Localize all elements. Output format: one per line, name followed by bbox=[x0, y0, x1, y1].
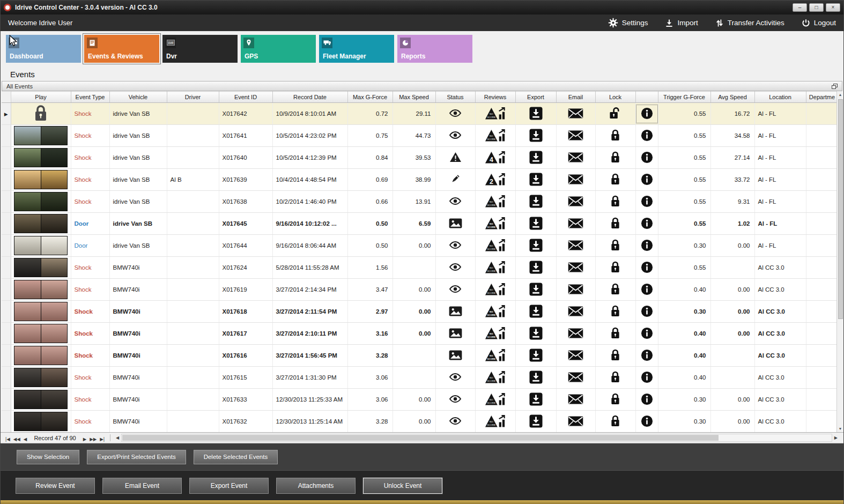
cell-email[interactable] bbox=[556, 301, 595, 323]
cell-info[interactable] bbox=[635, 235, 658, 257]
event-thumbnail[interactable] bbox=[14, 368, 68, 387]
cell-play[interactable] bbox=[11, 323, 71, 345]
cell-reviews[interactable]: NOSCORE bbox=[475, 389, 515, 411]
cell-status[interactable] bbox=[435, 367, 475, 389]
nav-tile-fleet[interactable]: Fleet Manager bbox=[319, 35, 394, 63]
cell-email[interactable] bbox=[556, 169, 595, 191]
cell-reviews[interactable]: NOSCORE bbox=[475, 213, 515, 235]
cell-lock[interactable] bbox=[595, 301, 635, 323]
cell-lock[interactable] bbox=[595, 191, 635, 213]
cell-export[interactable] bbox=[515, 345, 556, 367]
col-header-event-type[interactable]: Event Type bbox=[71, 92, 109, 103]
scroll-down-button[interactable]: ▼ bbox=[839, 425, 842, 432]
event-thumbnail[interactable] bbox=[14, 170, 68, 189]
cell-export[interactable] bbox=[515, 301, 556, 323]
col-header-vehicle[interactable]: Vehicle bbox=[109, 92, 167, 103]
cell-status[interactable] bbox=[435, 169, 475, 191]
cell-status[interactable] bbox=[435, 103, 475, 125]
col-header-event-id[interactable]: Event ID bbox=[219, 92, 272, 103]
email-event-button[interactable]: Email Event bbox=[102, 478, 182, 494]
cell-play[interactable] bbox=[11, 169, 71, 191]
cell-email[interactable] bbox=[556, 257, 595, 279]
cell-export[interactable] bbox=[515, 213, 556, 235]
cell-status[interactable] bbox=[435, 125, 475, 147]
topbar-action-logout[interactable]: Logout bbox=[802, 19, 836, 27]
event-thumbnail[interactable] bbox=[14, 236, 68, 255]
cell-reviews[interactable]: NOSCORE bbox=[475, 257, 515, 279]
cell-status[interactable] bbox=[435, 301, 475, 323]
cell-play[interactable] bbox=[11, 103, 71, 125]
cell-info[interactable] bbox=[635, 125, 658, 147]
cell-info[interactable] bbox=[635, 411, 658, 433]
nav-tile-dashboard[interactable]: Dashboard bbox=[6, 35, 81, 63]
event-thumbnail[interactable] bbox=[14, 302, 68, 321]
cell-lock[interactable] bbox=[595, 367, 635, 389]
cell-status[interactable] bbox=[435, 235, 475, 257]
col-header-export[interactable]: Export bbox=[515, 92, 556, 103]
event-thumbnail[interactable] bbox=[14, 390, 68, 409]
cell-status[interactable] bbox=[435, 279, 475, 301]
cell-lock[interactable] bbox=[595, 213, 635, 235]
cell-play[interactable] bbox=[11, 125, 71, 147]
event-thumbnail[interactable] bbox=[14, 324, 68, 343]
delete-selected-button[interactable]: Delete Selected Events bbox=[194, 450, 278, 464]
cell-status[interactable] bbox=[435, 345, 475, 367]
cell-info[interactable] bbox=[635, 367, 658, 389]
cell-email[interactable] bbox=[556, 389, 595, 411]
cell-lock[interactable] bbox=[595, 147, 635, 169]
event-thumbnail[interactable] bbox=[14, 148, 68, 167]
cell-info[interactable] bbox=[635, 147, 658, 169]
cell-lock[interactable] bbox=[595, 235, 635, 257]
cell-play[interactable] bbox=[11, 147, 71, 169]
cell-lock[interactable] bbox=[595, 323, 635, 345]
cell-reviews[interactable]: NOSCORE bbox=[475, 345, 515, 367]
cell-email[interactable] bbox=[556, 191, 595, 213]
prev-record-button[interactable]: ◀ bbox=[22, 436, 29, 442]
cell-export[interactable] bbox=[515, 147, 556, 169]
panel-restore-icon[interactable] bbox=[832, 84, 838, 89]
cell-export[interactable] bbox=[515, 125, 556, 147]
cell-reviews[interactable]: NOSCORE bbox=[475, 235, 515, 257]
cell-info[interactable] bbox=[635, 213, 658, 235]
col-header-trigger-g-force[interactable]: Trigger G-Force bbox=[658, 92, 710, 103]
cell-lock[interactable] bbox=[595, 389, 635, 411]
topbar-action-transfer[interactable]: Transfer Activities bbox=[715, 19, 784, 27]
cell-export[interactable] bbox=[515, 169, 556, 191]
col-header-lock[interactable]: Lock bbox=[595, 92, 635, 103]
col-header-driver[interactable]: Driver bbox=[167, 92, 219, 103]
cell-email[interactable] bbox=[556, 323, 595, 345]
cell-play[interactable] bbox=[11, 257, 71, 279]
cell-export[interactable] bbox=[515, 235, 556, 257]
nav-tile-events[interactable]: Events & Reviews bbox=[84, 35, 159, 63]
cell-reviews[interactable]: NOSCORE bbox=[475, 411, 515, 433]
next-page-button[interactable]: ▶▶ bbox=[88, 436, 98, 442]
cell-lock[interactable] bbox=[595, 345, 635, 367]
cell-play[interactable] bbox=[11, 411, 71, 433]
event-row[interactable]: ShockBMW740iX0176163/27/2014 1:56:45 PM3… bbox=[2, 345, 838, 367]
cell-play[interactable] bbox=[11, 191, 71, 213]
cell-info[interactable] bbox=[635, 169, 658, 191]
cell-play[interactable] bbox=[11, 213, 71, 235]
scroll-left-button[interactable]: ◀ bbox=[114, 435, 121, 440]
scroll-right-button[interactable]: ▶ bbox=[833, 435, 839, 440]
hscroll-thumb[interactable] bbox=[122, 435, 719, 441]
cell-lock[interactable] bbox=[595, 411, 635, 433]
minimize-button[interactable]: – bbox=[793, 3, 807, 12]
maximize-button[interactable]: □ bbox=[809, 3, 824, 12]
cell-reviews[interactable]: NOSCORE bbox=[475, 367, 515, 389]
cell-email[interactable] bbox=[556, 411, 595, 433]
cell-play[interactable] bbox=[11, 345, 71, 367]
cell-reviews[interactable]: NOSCORE bbox=[475, 301, 515, 323]
cell-export[interactable] bbox=[515, 257, 556, 279]
event-row[interactable]: Shockidrive Van SBX01763810/2/2014 1:46:… bbox=[2, 191, 838, 213]
prev-page-button[interactable]: ◀◀ bbox=[12, 436, 22, 442]
nav-tile-reports[interactable]: Reports bbox=[397, 35, 472, 63]
export-print-button[interactable]: Export/Print Selected Events bbox=[87, 450, 186, 464]
cell-email[interactable] bbox=[556, 345, 595, 367]
hscroll-track[interactable] bbox=[121, 434, 832, 442]
event-row[interactable]: Dooridrive Van SBX0176449/16/2014 8:06:4… bbox=[2, 235, 838, 257]
cell-export[interactable] bbox=[515, 323, 556, 345]
cell-lock[interactable] bbox=[595, 279, 635, 301]
cell-reviews[interactable]: NOSCORE bbox=[475, 125, 515, 147]
cell-email[interactable] bbox=[556, 213, 595, 235]
